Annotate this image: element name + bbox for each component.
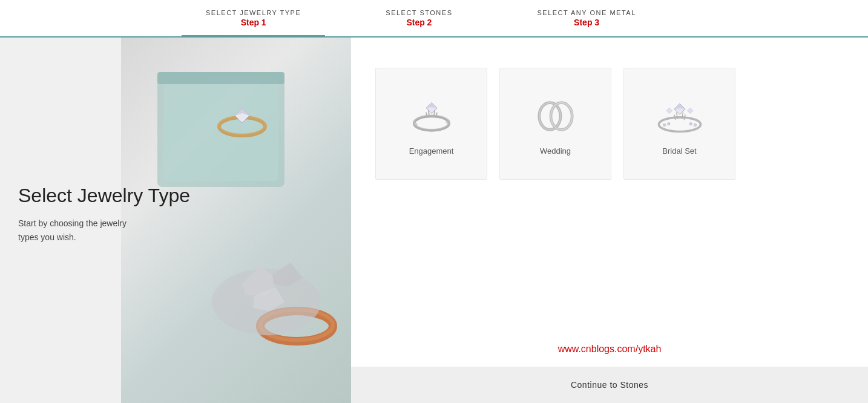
step-3-item[interactable]: SELECT ANY ONE METAL Step 3 (513, 0, 660, 36)
jewelry-cards-container: Engagement Wedding (375, 68, 844, 180)
svg-rect-12 (157, 72, 284, 84)
continue-button[interactable]: Continue to Stones (571, 380, 648, 390)
wedding-ring-icon (525, 92, 586, 140)
engagement-label: Engagement (409, 146, 454, 156)
step-1-label: SELECT JEWELRY TYPE (206, 9, 301, 16)
panel-title: Select Jewelry Type (18, 184, 190, 207)
step-1-item[interactable]: SELECT JEWELRY TYPE Step 1 (182, 0, 325, 36)
watermark: www.cnblogs.com/ytkah (558, 344, 662, 355)
footer-bar: Continue to Stones (351, 367, 868, 403)
svg-marker-40 (666, 108, 672, 113)
right-panel: Engagement Wedding (351, 38, 868, 403)
svg-line-33 (674, 114, 675, 120)
bridal-set-card[interactable]: Bridal Set (623, 68, 735, 180)
engagement-ring-icon (401, 92, 462, 140)
step-3-label: SELECT ANY ONE METAL (537, 9, 636, 16)
panel-description: Start by choosing the jewelry types you … (18, 217, 139, 244)
left-text-block: Select Jewelry Type Start by choosing th… (18, 184, 190, 244)
svg-point-13 (414, 116, 449, 130)
wedding-card[interactable]: Wedding (499, 68, 611, 180)
svg-point-23 (446, 121, 448, 123)
svg-point-30 (667, 122, 670, 125)
step-2-number: Step 2 (406, 18, 432, 27)
step-2-label: SELECT STONES (386, 9, 452, 16)
step-3-number: Step 3 (574, 18, 599, 27)
svg-point-32 (694, 123, 697, 126)
bridal-set-icon (649, 92, 710, 140)
main-content: Select Jewelry Type Start by choosing th… (0, 38, 868, 403)
bridal-set-label: Bridal Set (662, 146, 696, 156)
svg-line-34 (684, 114, 685, 120)
wedding-label: Wedding (540, 146, 571, 156)
engagement-card[interactable]: Engagement (375, 68, 487, 180)
svg-marker-41 (687, 108, 692, 113)
step-2-item[interactable]: SELECT STONES Step 2 (361, 0, 476, 36)
left-panel: Select Jewelry Type Start by choosing th… (0, 38, 351, 403)
svg-point-29 (663, 123, 666, 126)
svg-point-22 (415, 123, 418, 126)
svg-point-31 (689, 122, 692, 125)
steps-navigation: SELECT JEWELRY TYPE Step 1 SELECT STONES… (0, 0, 868, 38)
step-1-number: Step 1 (241, 18, 266, 27)
